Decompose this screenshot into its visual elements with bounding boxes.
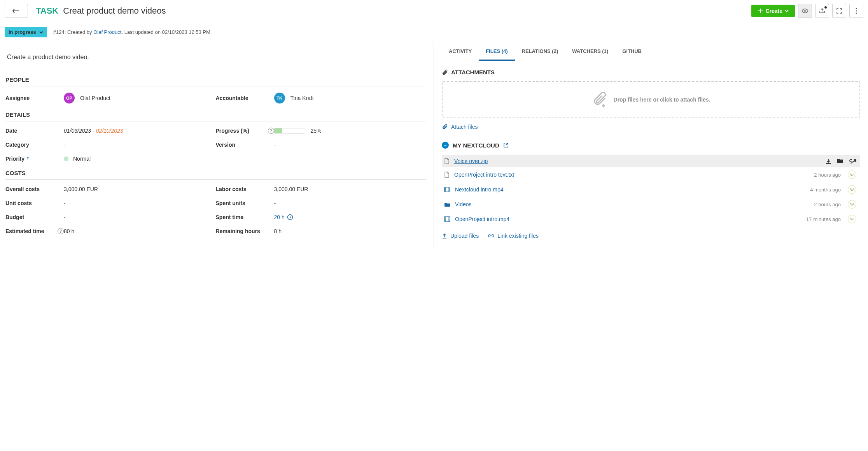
link-existing-files-link[interactable]: Link existing files	[488, 233, 539, 239]
budget-value[interactable]: -	[64, 214, 216, 220]
link-icon	[488, 233, 494, 238]
create-button[interactable]: Create	[751, 5, 795, 17]
plus-icon	[758, 8, 763, 14]
assignee-name: Olaf Product	[80, 95, 110, 101]
status-dropdown[interactable]: In progress	[5, 27, 47, 37]
kebab-icon	[856, 8, 857, 14]
spent-time-value[interactable]: 20 h	[274, 214, 426, 220]
na-badge: NA	[848, 200, 856, 209]
file-icon	[444, 172, 450, 178]
progress-label-text: Progress (%)	[216, 128, 249, 134]
nextcloud-heading-text: MY NEXTCLOUD	[453, 142, 499, 149]
tabs: ACTIVITY FILES (4) RELATIONS (2) WATCHER…	[434, 42, 860, 61]
paperclip-icon	[442, 69, 448, 75]
progress-value[interactable]: 25%	[274, 128, 426, 134]
header-title: TASK Creat product demo videos	[36, 6, 166, 16]
spent-units-value[interactable]: -	[274, 200, 426, 206]
nextcloud-heading: ∞ MY NEXTCLOUD	[442, 142, 860, 149]
category-label: Category	[5, 142, 64, 148]
accountable-value[interactable]: TK Tina Kraft	[274, 93, 426, 104]
labor-costs-label: Labor costs	[216, 186, 274, 192]
task-type-label: TASK	[36, 6, 58, 16]
category-value[interactable]: -	[64, 142, 216, 148]
overall-costs-value[interactable]: 3,000.00 EUR	[64, 186, 216, 192]
estimated-time-value[interactable]: 80 h	[64, 228, 216, 234]
caret-down-icon	[785, 10, 789, 12]
unlink-icon[interactable]	[849, 158, 856, 163]
help-icon[interactable]: ?	[268, 128, 274, 134]
file-row[interactable]: Videos2 hours agoNA	[442, 197, 860, 212]
more-button[interactable]	[849, 4, 863, 18]
tab-relations[interactable]: RELATIONS (2)	[515, 42, 565, 61]
fullscreen-button[interactable]	[832, 4, 846, 18]
watch-button[interactable]	[798, 4, 812, 18]
attach-files-link[interactable]: Attach files	[442, 124, 860, 130]
file-row[interactable]: Nextcloud intro.mp44 months agoNA	[442, 182, 860, 197]
body: Create a product demo video. PEOPLE Assi…	[0, 42, 868, 250]
author-link[interactable]: Olaf Product	[93, 29, 121, 35]
caret-down-icon	[39, 31, 43, 33]
priority-value[interactable]: Normal	[64, 156, 216, 162]
version-value[interactable]: -	[274, 142, 426, 148]
svg-point-3	[856, 13, 857, 14]
clock-icon	[287, 214, 293, 220]
file-name[interactable]: Voice over.zip	[454, 158, 821, 164]
file-row[interactable]: OpenProject intro text.txt2 hours agoNA	[442, 167, 860, 182]
remaining-hours-value[interactable]: 8 h	[274, 228, 426, 234]
left-column: Create a product demo video. PEOPLE Assi…	[0, 42, 434, 250]
assignee-value[interactable]: OP Olaf Product	[64, 93, 216, 104]
priority-label: Priority *	[5, 156, 64, 162]
unit-costs-value[interactable]: -	[64, 200, 216, 206]
help-icon[interactable]: ?	[58, 228, 64, 234]
folder-open-icon[interactable]	[837, 158, 844, 163]
file-name[interactable]: OpenProject intro.mp4	[455, 216, 802, 222]
file-name[interactable]: OpenProject intro text.txt	[454, 172, 809, 178]
description[interactable]: Create a product demo video.	[7, 54, 426, 61]
na-badge: NA	[848, 185, 856, 194]
progress-text: 25%	[311, 128, 322, 134]
file-row[interactable]: OpenProject intro.mp417 minutes agoNA	[442, 212, 860, 226]
file-name[interactable]: Videos	[455, 201, 809, 207]
estimated-time-label: Estimated time ?	[5, 228, 64, 234]
details-heading: DETAILS	[5, 111, 426, 121]
task-title[interactable]: Creat product demo videos	[63, 6, 166, 16]
assignee-label: Assignee	[5, 93, 64, 104]
date-start: 01/03/2023	[64, 128, 91, 134]
spent-units-label: Spent units	[216, 200, 274, 206]
file-time: 17 minutes ago	[806, 216, 841, 222]
svg-point-1	[856, 8, 857, 9]
progress-label: Progress (%) ?	[216, 128, 274, 134]
download-icon[interactable]	[825, 158, 831, 164]
share-icon	[819, 8, 825, 14]
remaining-hours-label: Remaining hours	[216, 228, 274, 234]
header-actions: Create	[751, 4, 863, 18]
upload-files-link[interactable]: Upload files	[442, 233, 479, 239]
people-heading: PEOPLE	[5, 76, 426, 86]
labor-costs-value[interactable]: 3,000.00 EUR	[274, 186, 426, 192]
back-button[interactable]	[5, 4, 28, 18]
expand-icon	[836, 8, 842, 14]
people-row: Assignee OP Olaf Product Accountable TK …	[5, 93, 426, 104]
file-icon	[444, 158, 450, 164]
date-value[interactable]: 01/03/2023 - 02/10/2023	[64, 128, 216, 134]
date-sep: -	[91, 128, 96, 134]
file-name[interactable]: Nextcloud intro.mp4	[455, 186, 805, 193]
tab-activity[interactable]: ACTIVITY	[442, 42, 479, 61]
spent-time-label: Spent time	[216, 214, 274, 220]
dropzone[interactable]: Drop files here or click to attach files…	[442, 81, 860, 118]
attachments-heading: ATTACHMENTS	[442, 69, 860, 75]
date-end: 02/10/2023	[96, 128, 123, 134]
header: TASK Creat product demo videos Create	[0, 0, 868, 22]
status-label: In progress	[9, 29, 36, 35]
meta-id-prefix: #124: Created by	[53, 29, 93, 35]
date-label: Date	[5, 128, 64, 134]
avatar: TK	[274, 93, 285, 104]
file-row[interactable]: Voice over.zip	[442, 155, 860, 167]
tab-files[interactable]: FILES (4)	[479, 42, 514, 61]
tab-watchers[interactable]: WATCHERS (1)	[565, 42, 615, 61]
share-button[interactable]	[815, 4, 829, 18]
external-link-icon[interactable]	[503, 142, 509, 148]
right-column: ACTIVITY FILES (4) RELATIONS (2) WATCHER…	[434, 42, 868, 250]
tab-github[interactable]: GITHUB	[615, 42, 649, 61]
accountable-label: Accountable	[216, 93, 274, 104]
